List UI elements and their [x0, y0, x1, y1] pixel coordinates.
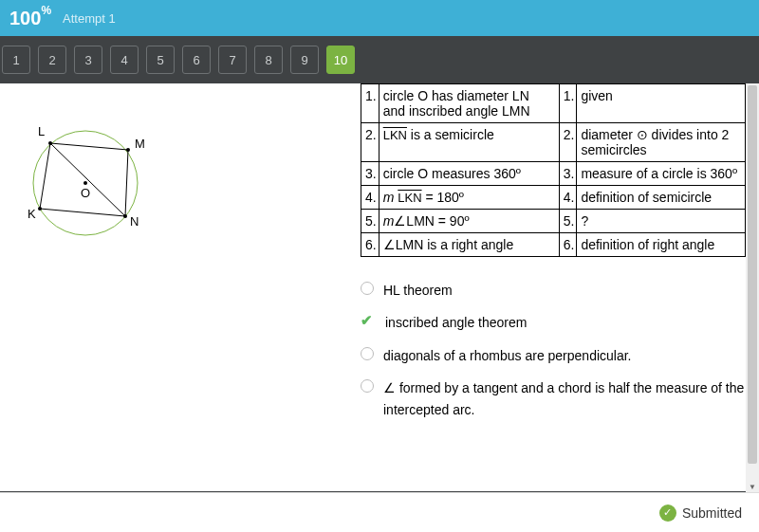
- reason-cell: given: [577, 84, 746, 123]
- score-header: 100% Attempt 1: [0, 0, 759, 36]
- scroll-down-icon[interactable]: ▼: [748, 483, 757, 492]
- nav-item-9[interactable]: 9: [290, 46, 319, 74]
- answer-option[interactable]: ∠ formed by a tangent and a chord is hal…: [361, 372, 746, 426]
- nav-item-1[interactable]: 1: [2, 46, 30, 74]
- svg-point-7: [83, 181, 87, 185]
- check-icon: ✔: [361, 312, 376, 325]
- reason-number: 3.: [559, 162, 577, 186]
- reason-cell: diameter ⊙ divides into 2 semicircles: [577, 123, 746, 162]
- submitted-status: ✓ Submitted: [659, 504, 742, 522]
- reason-number: 2.: [559, 123, 577, 162]
- statement-cell: circle O measures 360º: [379, 162, 559, 186]
- content-area: L M N K O 1.circle O has diameter LN and…: [0, 83, 759, 491]
- statement-number: 5.: [361, 210, 380, 233]
- label-K: K: [28, 207, 36, 221]
- table-row: 4.m LKN = 180º4.definition of semicircle: [361, 186, 746, 210]
- score-value: 100%: [9, 8, 51, 29]
- statement-number: 2.: [361, 123, 380, 162]
- proof-table: 1.circle O has diameter LN and inscribed…: [361, 83, 746, 257]
- label-N: N: [130, 214, 139, 229]
- nav-item-2[interactable]: 2: [38, 46, 66, 74]
- statement-cell: m∠LMN = 90º: [379, 210, 559, 233]
- nav-item-6[interactable]: 6: [182, 46, 211, 74]
- reason-cell: definition of semicircle: [577, 186, 746, 210]
- statement-cell: m LKN = 180º: [379, 186, 559, 210]
- statement-number: 4.: [361, 186, 380, 210]
- option-text: diagonals of a rhombus are perpendicular…: [383, 345, 632, 366]
- answer-option[interactable]: HL theorem: [361, 274, 746, 306]
- statement-number: 1.: [361, 84, 380, 123]
- table-row: 6. ∠LMN is a right angle6.definition of …: [361, 233, 746, 257]
- statement-cell: circle O has diameter LN and inscribed a…: [379, 84, 559, 123]
- submitted-label: Submitted: [682, 505, 742, 521]
- nav-item-5[interactable]: 5: [146, 46, 175, 74]
- radio-icon: [361, 282, 374, 295]
- statement-number: 3.: [361, 162, 380, 186]
- right-panel: 1.circle O has diameter LN and inscribed…: [361, 83, 759, 491]
- nav-item-8[interactable]: 8: [254, 46, 283, 74]
- left-panel: L M N K O: [0, 83, 361, 491]
- table-row: 5.m∠LMN = 90º5.?: [361, 210, 746, 233]
- option-text: inscribed angle theorem: [385, 312, 527, 333]
- answer-option[interactable]: ✔inscribed angle theorem: [361, 306, 746, 339]
- reason-number: 6.: [559, 233, 577, 257]
- reason-cell: ?: [577, 210, 746, 233]
- statement-cell: ∠LMN is a right angle: [379, 233, 559, 257]
- table-row: 1.circle O has diameter LN and inscribed…: [361, 84, 746, 123]
- svg-marker-1: [40, 143, 128, 216]
- answer-option[interactable]: diagonals of a rhombus are perpendicular…: [361, 339, 746, 372]
- radio-icon: [361, 347, 374, 360]
- reason-number: 5.: [559, 210, 577, 233]
- label-M: M: [135, 137, 145, 151]
- statement-number: 6.: [361, 233, 380, 257]
- nav-item-10[interactable]: 10: [326, 46, 355, 74]
- svg-point-4: [126, 148, 130, 152]
- nav-item-4[interactable]: 4: [110, 46, 139, 74]
- attempt-label: Attempt 1: [63, 11, 116, 26]
- label-L: L: [38, 124, 45, 138]
- radio-icon: [361, 379, 374, 393]
- reason-number: 4.: [559, 186, 577, 210]
- circle-diagram: L M N K O: [14, 102, 157, 245]
- table-row: 3.circle O measures 360º3.measure of a c…: [361, 162, 746, 186]
- scrollbar[interactable]: ▲ ▼: [746, 83, 759, 492]
- svg-point-5: [123, 214, 127, 218]
- footer-bar: ✓ Submitted: [0, 492, 759, 532]
- nav-item-3[interactable]: 3: [74, 46, 102, 74]
- check-circle-icon: ✓: [659, 504, 676, 522]
- option-text: ∠ formed by a tangent and a chord is hal…: [383, 377, 746, 420]
- scroll-thumb[interactable]: [748, 85, 757, 464]
- svg-point-6: [38, 207, 42, 211]
- question-nav: 12345678910: [0, 36, 759, 83]
- table-row: 2.LKN is a semicircle2.diameter ⊙ divide…: [361, 123, 746, 162]
- answer-options: HL theorem✔inscribed angle theorem diago…: [361, 274, 746, 426]
- statement-cell: LKN is a semicircle: [379, 123, 559, 162]
- nav-item-7[interactable]: 7: [218, 46, 247, 74]
- reason-cell: definition of right angle: [577, 233, 746, 257]
- reason-number: 1.: [559, 84, 577, 123]
- option-text: HL theorem: [383, 280, 453, 301]
- reason-cell: measure of a circle is 360º: [577, 162, 746, 186]
- label-O: O: [81, 186, 90, 200]
- svg-point-3: [48, 141, 52, 145]
- svg-line-2: [50, 143, 125, 216]
